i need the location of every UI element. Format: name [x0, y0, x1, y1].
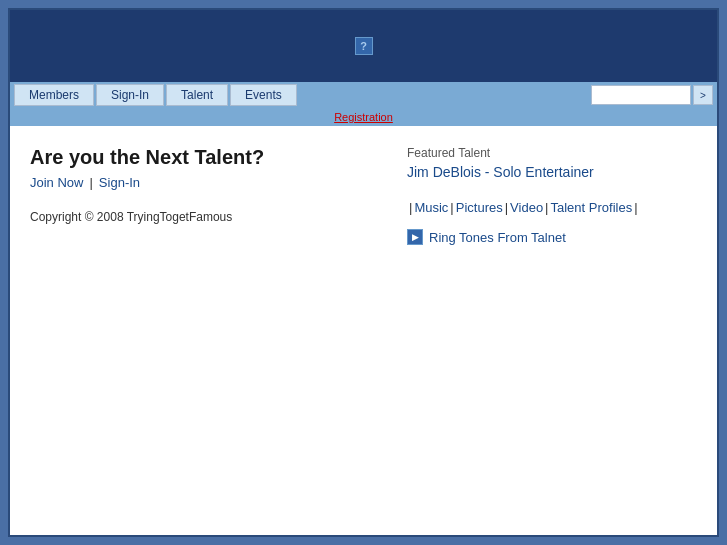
- ring-tones-link[interactable]: Ring Tones From Talnet: [429, 230, 566, 245]
- main-content: Are you the Next Talent? Join Now | Sign…: [10, 126, 717, 535]
- sign-in-link[interactable]: Sign-In: [99, 175, 140, 190]
- nav-tab-members[interactable]: Members: [14, 84, 94, 106]
- outer-wrapper: ? Members Sign-In Talent Events > Regi: [0, 0, 727, 545]
- nav-tab-events[interactable]: Events: [230, 84, 297, 106]
- header-icon: ?: [355, 37, 373, 55]
- inner-wrapper: ? Members Sign-In Talent Events > Regi: [8, 8, 719, 537]
- nav-tab-talent[interactable]: Talent: [166, 84, 228, 106]
- sub-nav: Registration: [10, 108, 717, 126]
- music-link[interactable]: Music: [414, 200, 448, 215]
- video-link[interactable]: Video: [510, 200, 543, 215]
- join-now-link[interactable]: Join Now: [30, 175, 83, 190]
- header-icon-label: ?: [360, 40, 367, 52]
- join-links: Join Now | Sign-In: [30, 175, 377, 190]
- page-title: Are you the Next Talent?: [30, 146, 377, 169]
- ring-tones-icon: ▶: [407, 229, 423, 245]
- right-column: Featured Talent Jim DeBlois - Solo Enter…: [397, 126, 717, 535]
- left-column: Are you the Next Talent? Join Now | Sign…: [10, 126, 397, 535]
- search-button[interactable]: >: [693, 85, 713, 105]
- content-links-row: | Music | Pictures | Video | Talent Prof…: [407, 200, 697, 215]
- talent-profiles-link[interactable]: Talent Profiles: [551, 200, 633, 215]
- copyright-text: Copyright © 2008 TryingTogetFamous: [30, 210, 377, 224]
- ring-tones-row: ▶ Ring Tones From Talnet: [407, 229, 697, 245]
- featured-talent-link[interactable]: Jim DeBlois - Solo Entertainer: [407, 164, 697, 180]
- pictures-link[interactable]: Pictures: [456, 200, 503, 215]
- nav-tab-signin[interactable]: Sign-In: [96, 84, 164, 106]
- nav-bar: Members Sign-In Talent Events >: [10, 82, 717, 108]
- join-separator: |: [89, 175, 92, 190]
- search-input[interactable]: [591, 85, 691, 105]
- sub-nav-registration-link[interactable]: Registration: [334, 111, 393, 123]
- featured-label: Featured Talent: [407, 146, 697, 160]
- header-banner: ?: [10, 10, 717, 82]
